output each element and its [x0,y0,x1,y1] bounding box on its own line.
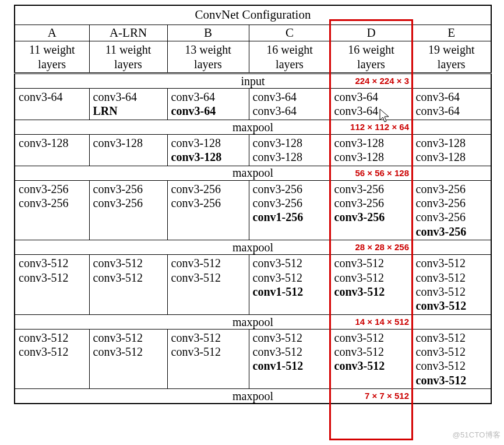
desc-E: 19 weightlayers [412,41,491,73]
col-D: D [330,24,412,41]
row-pool1: maxpool 112 × 112 × 64 [15,120,491,134]
anno-pool5: 7 × 7 × 512 [365,391,409,401]
row-pool4: maxpool 14 × 14 × 512 [15,314,491,329]
anno-pool3: 28 × 28 × 256 [355,242,409,253]
b2-B: conv3-128conv3-128 [167,134,249,166]
block5-row: conv3-512conv3-512 conv3-512conv3-512 co… [15,329,491,389]
b1-C: conv3-64conv3-64 [249,89,330,120]
pool3-label: maxpool [15,240,491,254]
b2-D: conv3-128conv3-128 [330,134,412,166]
b4-D: conv3-512conv3-512conv3-512 [330,255,412,315]
desc-B: 13 weightlayers [167,41,249,73]
b4-ALRN: conv3-512conv3-512 [89,255,167,315]
b4-C: conv3-512conv3-512conv1-512 [249,255,330,315]
b1-E: conv3-64conv3-64 [412,89,491,120]
b3-ALRN: conv3-256conv3-256 [89,180,167,240]
desc-A-LRN: 11 weightlayers [89,41,167,73]
b2-A: conv3-128 [15,134,89,166]
b2-C: conv3-128conv3-128 [249,134,330,166]
row-pool5: maxpool 7 × 7 × 512 [15,389,491,404]
row-input: input 224 × 224 × 3 [15,73,491,89]
b5-D: conv3-512conv3-512conv3-512 [330,329,412,389]
block1-row: conv3-64 conv3-64LRN conv3-64conv3-64 co… [15,89,491,120]
col-C: C [249,24,330,41]
block3-row: conv3-256conv3-256 conv3-256conv3-256 co… [15,180,491,240]
table-title: ConvNet Configuration [15,5,491,24]
pool2-label: maxpool [15,166,491,180]
col-E: E [412,24,491,41]
b1-ALRN: conv3-64LRN [89,89,167,120]
anno-input: 224 × 224 × 3 [355,76,409,86]
anno-pool4: 14 × 14 × 512 [355,317,409,327]
col-A: A [15,24,89,41]
desc-C: 16 weightlayers [249,41,330,73]
b4-B: conv3-512conv3-512 [167,255,249,315]
desc-D: 16 weightlayers [330,41,412,73]
b3-C: conv3-256conv3-256conv1-256 [249,180,330,240]
pool1-label: maxpool [15,120,491,134]
block2-row: conv3-128 conv3-128 conv3-128conv3-128 c… [15,134,491,166]
b5-E: conv3-512conv3-512conv3-512conv3-512 [412,329,491,389]
convnet-config-table: ConvNet Configuration A A-LRN B C D E 11… [14,5,492,404]
b5-C: conv3-512conv3-512conv1-512 [249,329,330,389]
b3-D: conv3-256conv3-256conv3-256 [330,180,412,240]
desc-A: 11 weightlayers [15,41,89,73]
b4-E: conv3-512conv3-512conv3-512conv3-512 [412,255,491,315]
b3-B: conv3-256conv3-256 [167,180,249,240]
b2-ALRN: conv3-128 [89,134,167,166]
input-label: input [15,74,491,88]
row-pool2: maxpool 56 × 56 × 128 [15,166,491,180]
b5-A: conv3-512conv3-512 [15,329,89,389]
b1-A: conv3-64 [15,89,89,120]
b2-E: conv3-128conv3-128 [412,134,491,166]
block4-row: conv3-512conv3-512 conv3-512conv3-512 co… [15,255,491,315]
pool4-label: maxpool [15,315,491,329]
anno-pool1: 112 × 112 × 64 [350,122,409,132]
b5-ALRN: conv3-512conv3-512 [89,329,167,389]
b1-D: conv3-64conv3-64 [330,89,412,120]
b4-A: conv3-512conv3-512 [15,255,89,315]
b3-E: conv3-256conv3-256conv3-256conv3-256 [412,180,491,240]
col-A-LRN: A-LRN [89,24,167,41]
b5-B: conv3-512conv3-512 [167,329,249,389]
col-B: B [167,24,249,41]
row-pool3: maxpool 28 × 28 × 256 [15,240,491,255]
b3-A: conv3-256conv3-256 [15,180,89,240]
pool5-label: maxpool [15,389,491,403]
anno-pool2: 56 × 56 × 128 [355,167,409,178]
watermark: @51CTO博客 [453,430,501,440]
b1-B: conv3-64conv3-64 [167,89,249,120]
